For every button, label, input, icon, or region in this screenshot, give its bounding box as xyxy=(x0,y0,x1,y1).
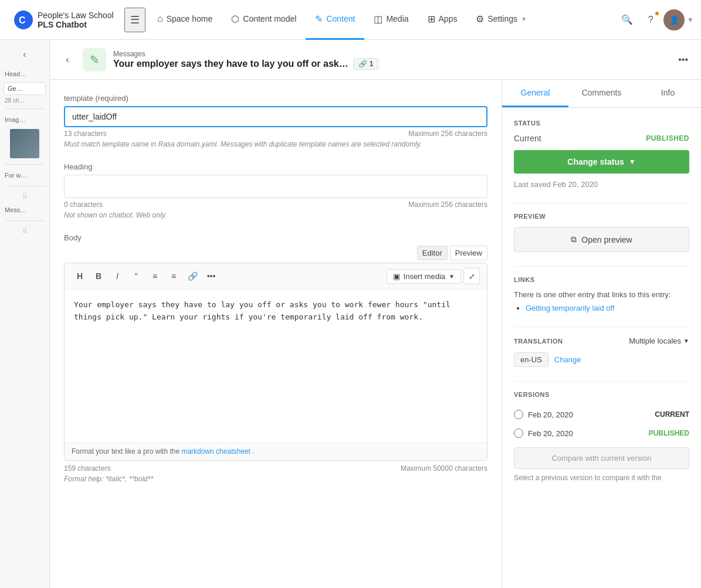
version-item-2: Feb 20, 2020 PUBLISHED xyxy=(514,424,689,443)
tab-comments[interactable]: Comments xyxy=(568,80,635,107)
heading-input[interactable] xyxy=(64,175,487,198)
sidebar-content-item[interactable]: Ge… xyxy=(4,82,46,95)
italic-format-button[interactable]: I xyxy=(109,268,126,284)
version-2-radio[interactable] xyxy=(514,429,523,438)
version-1-date: Feb 20, 2020 xyxy=(528,410,655,419)
nav-content-model[interactable]: ⬡ Content model xyxy=(222,0,306,40)
content-header-info: Messages Your employer says they have to… xyxy=(113,50,668,70)
title-text: Your employer says they have to lay you … xyxy=(113,59,348,69)
insert-media-arrow-icon: ▼ xyxy=(449,273,455,280)
body-text: Your employer says they have to lay you … xyxy=(74,300,451,321)
body-footer-suffix: . xyxy=(252,447,254,456)
content-model-icon: ⬡ xyxy=(231,13,239,25)
top-nav: C People's Law School PLS Chatbot ☰ ⌂ Sp… xyxy=(0,0,701,40)
sidebar-collapse-button[interactable]: ‹ xyxy=(0,45,49,64)
more-format-button[interactable]: ••• xyxy=(203,268,219,284)
right-panel: General Comments Info STATUS Current PUB… xyxy=(502,80,701,588)
more-options-button[interactable]: ••• xyxy=(675,51,692,69)
list-item: Getting temporarily laid off xyxy=(526,304,689,312)
sidebar-messages-item: Mess… xyxy=(0,203,49,217)
body-char-count: 159 characters Maximum 50000 characters xyxy=(64,464,487,473)
nav-space-home[interactable]: ⌂ Space home xyxy=(148,0,222,40)
insert-media-button[interactable]: ▣ Insert media ▼ xyxy=(387,269,461,284)
version-1-radio[interactable] xyxy=(514,410,523,419)
template-max: Maximum 256 characters xyxy=(408,130,487,138)
template-label: template (required) xyxy=(64,94,487,103)
nav-media-label: Media xyxy=(386,14,408,23)
nav-media[interactable]: ◫ Media xyxy=(364,0,418,40)
change-status-label: Change status xyxy=(567,157,624,166)
content-panel: ‹ ✎ Messages Your employer says they hav… xyxy=(50,40,701,588)
nav-right: 🔍 ? 👤 ▼ xyxy=(617,9,694,30)
left-sidebar: ‹ Head… Ge… 28 ch… Imag… For w… ⠿ Mess… … xyxy=(0,40,50,588)
unordered-list-button[interactable]: ≡ xyxy=(147,268,163,284)
template-char-count: 13 characters Maximum 256 characters xyxy=(64,130,487,138)
version-item-1: Feb 20, 2020 CURRENT xyxy=(514,405,689,424)
search-button[interactable]: 🔍 xyxy=(617,9,638,30)
markdown-cheatsheet-link[interactable]: markdown cheatsheet xyxy=(181,447,250,456)
sidebar-grab-handle[interactable]: ⠿ xyxy=(0,190,49,203)
open-preview-button[interactable]: ⧉ Open preview xyxy=(514,227,689,252)
editor-tab[interactable]: Editor xyxy=(417,246,448,260)
change-locale-link[interactable]: Change xyxy=(554,355,581,364)
links-section: LINKS There is one other entry that link… xyxy=(514,276,689,312)
breadcrumb: Messages xyxy=(113,50,668,58)
links-section-title: LINKS xyxy=(514,276,689,283)
sidebar-for-item: For w… xyxy=(0,168,49,182)
sidebar-grab-handle-2[interactable]: ⠿ xyxy=(0,225,49,237)
divider-4 xyxy=(514,381,689,382)
status-row: Current PUBLISHED xyxy=(514,134,689,143)
svg-text:C: C xyxy=(19,15,26,25)
body-label: Body xyxy=(64,233,487,242)
link-button[interactable]: 🔗 xyxy=(184,268,201,284)
change-status-arrow-icon: ▼ xyxy=(629,158,636,166)
entry-type-icon: ✎ xyxy=(83,48,106,72)
ordered-list-button[interactable]: ≡ xyxy=(165,268,182,284)
nav-content[interactable]: ✎ Content xyxy=(306,0,364,40)
org-name: People's Law School xyxy=(38,11,114,20)
locale-badge: en-US xyxy=(514,352,548,367)
nav-settings[interactable]: ⚙ Settings ▼ xyxy=(466,0,536,40)
link-count: 1 xyxy=(370,60,374,68)
body-content-area[interactable]: Your employer says they have to lay you … xyxy=(65,290,487,442)
status-section: STATUS Current PUBLISHED Change status ▼… xyxy=(514,120,689,189)
help-button[interactable]: ? xyxy=(640,9,661,30)
body-footer: Format your text like a pro with the mar… xyxy=(65,442,487,460)
user-avatar[interactable]: 👤 xyxy=(663,9,685,30)
heading-chars: 0 characters xyxy=(64,200,103,209)
multiple-locales-button[interactable]: Multiple locales ▼ xyxy=(629,337,689,345)
sidebar-divider-4 xyxy=(5,220,45,221)
fullscreen-button[interactable]: ⤢ xyxy=(463,268,480,284)
getting-temporarily-laid-off-link[interactable]: Getting temporarily laid off xyxy=(526,304,615,312)
nav-apps[interactable]: ⊞ Apps xyxy=(418,0,467,40)
template-input[interactable] xyxy=(64,106,487,127)
sidebar-image-item: Imag… xyxy=(0,113,49,127)
link-icon: 🔗 xyxy=(358,60,367,68)
change-status-button[interactable]: Change status ▼ xyxy=(514,150,689,174)
avatar-dropdown-button[interactable]: ▼ xyxy=(687,16,694,24)
hamburger-button[interactable]: ☰ xyxy=(124,8,145,32)
form-area: template (required) 13 characters Maximu… xyxy=(50,80,502,588)
content-body: template (required) 13 characters Maximu… xyxy=(50,80,701,588)
link-badge: 🔗 1 xyxy=(353,58,379,70)
compare-hint: Select a previous version to compare it … xyxy=(514,474,689,482)
preview-tab[interactable]: Preview xyxy=(450,246,487,260)
quote-format-button[interactable]: " xyxy=(128,268,144,284)
settings-icon: ⚙ xyxy=(476,13,484,25)
last-saved: Last saved Feb 20, 2020 xyxy=(514,180,598,189)
template-section: template (required) 13 characters Maximu… xyxy=(64,94,487,148)
nav-space-home-label: Space home xyxy=(167,14,213,23)
notification-badge xyxy=(654,11,660,16)
media-icon: ◫ xyxy=(374,13,382,25)
heading-hint: Not shown on chatbot. Web only. xyxy=(64,211,487,219)
home-icon: ⌂ xyxy=(157,13,163,24)
body-max: Maximum 50000 characters xyxy=(401,464,487,473)
heading-format-button[interactable]: H xyxy=(72,268,88,284)
tab-info[interactable]: Info xyxy=(635,80,701,107)
translation-label: TRANSLATION xyxy=(514,338,563,345)
editor-tab-row: Editor Preview xyxy=(64,246,487,260)
tab-general[interactable]: General xyxy=(502,80,568,107)
compare-button[interactable]: Compare with current version xyxy=(514,447,689,469)
back-button[interactable]: ‹ xyxy=(59,52,76,68)
bold-format-button[interactable]: B xyxy=(90,268,107,284)
